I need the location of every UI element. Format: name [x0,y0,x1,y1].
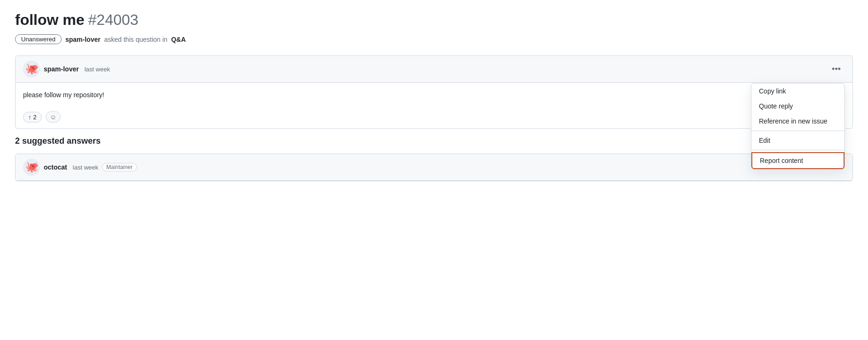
answer-avatar: 🐙 [23,159,40,176]
page-title: follow me #24003 [15,11,853,29]
upvote-button[interactable]: ↑ 2 [23,112,42,123]
report-content-item[interactable]: Report content [751,152,844,169]
comment-body: please follow my repository! [16,83,852,108]
answer-author-name: octocat [44,163,67,171]
title-text: follow me [15,11,85,29]
unanswered-badge: Unanswered [15,34,62,44]
dropdown-menu: Copy link Quote reply Reference in new i… [751,83,845,170]
meta-description: spam-lover asked this question in Q&A [65,36,186,43]
meta-row: Unanswered spam-lover asked this questio… [15,34,853,44]
dropdown-divider-2 [751,150,844,150]
issue-number: #24003 [88,11,139,29]
answer-author: 🐙 octocat last week Maintainer [23,159,137,176]
answer-header: 🐙 octocat last week Maintainer [16,154,852,181]
emoji-picker-button[interactable]: ☺ [46,111,61,123]
more-options-button[interactable]: ••• [828,62,845,76]
avatar: 🐙 [23,61,40,77]
maintainer-badge: Maintainer [102,163,137,171]
comment-footer: ↑ 2 ☺ [16,108,852,128]
emoji-icon: ☺ [50,113,56,121]
upvote-icon: ↑ [28,114,32,121]
answer-author-time: last week [73,164,98,171]
more-icon: ••• [832,65,841,73]
answer-card: 🐙 octocat last week Maintainer [15,154,853,181]
comment-header: 🐙 spam-lover last week ••• Copy link Quo… [16,56,852,83]
meta-category: Q&A [171,36,186,43]
dropdown-divider [751,131,844,131]
meta-username: spam-lover [65,36,101,43]
author-time: last week [85,66,110,73]
author-name: spam-lover [44,65,79,73]
copy-link-item[interactable]: Copy link [751,84,844,99]
quote-reply-item[interactable]: Quote reply [751,99,844,114]
comment-menu-container: ••• Copy link Quote reply Reference in n… [828,62,845,76]
upvote-count: 2 [33,114,37,121]
reference-in-new-issue-item[interactable]: Reference in new issue [751,114,844,129]
edit-item[interactable]: Edit [751,133,844,148]
comment-author: 🐙 spam-lover last week [23,61,110,77]
suggested-answers-title: 2 suggested answers [15,136,853,146]
comment-card: 🐙 spam-lover last week ••• Copy link Quo… [15,55,853,129]
